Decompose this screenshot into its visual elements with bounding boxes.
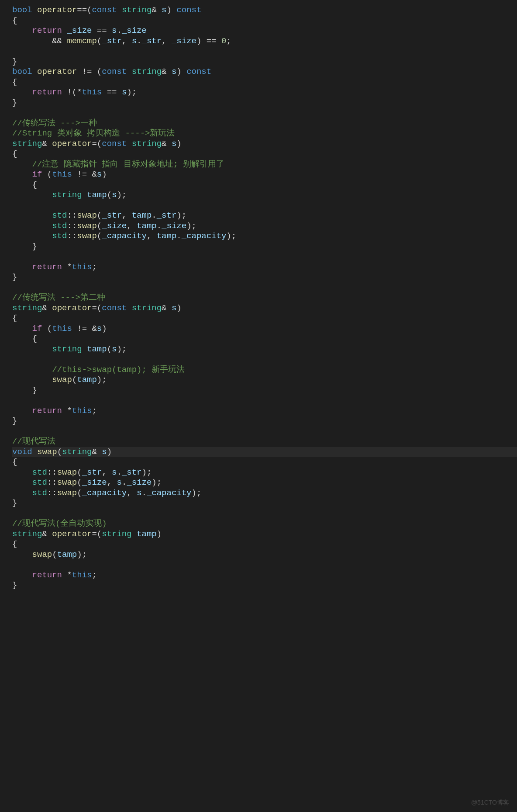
code-line: string& operator=(string tamp)	[12, 529, 517, 540]
code-token: _str	[82, 468, 102, 477]
code-token: .	[157, 221, 162, 231]
code-token: );	[192, 488, 202, 498]
code-token: ::	[67, 211, 77, 220]
code-token: memcmp	[67, 36, 97, 46]
watermark-label: @51CTO博客	[471, 798, 509, 808]
code-token: void	[12, 447, 37, 457]
code-token: std	[32, 478, 47, 487]
code-token	[12, 26, 32, 35]
code-token: tamp	[87, 344, 107, 354]
code-line: std::swap(_size, tamp._size);	[12, 221, 517, 232]
code-token: &	[152, 5, 162, 15]
code-token	[12, 550, 32, 559]
code-token	[12, 375, 52, 385]
code-token: if	[32, 170, 47, 179]
code-line: }	[12, 580, 517, 591]
code-token	[12, 46, 17, 56]
code-token: .	[122, 478, 127, 487]
code-token: tamp	[132, 211, 152, 220]
code-token: );	[77, 550, 87, 559]
code-line: string tamp(s);	[12, 344, 517, 355]
code-token: _str	[157, 211, 177, 220]
code-token: )	[176, 67, 186, 76]
code-token: this	[72, 570, 92, 580]
code-line: }	[12, 498, 517, 509]
code-token: ;	[92, 262, 97, 272]
code-token: ::	[47, 478, 57, 487]
code-token: _capacity	[182, 231, 227, 241]
code-token: (	[47, 170, 52, 179]
code-token: ,	[122, 36, 132, 46]
code-line: {	[12, 334, 517, 344]
code-token: (	[47, 324, 52, 333]
code-token: ::	[67, 231, 77, 241]
code-token: .	[142, 488, 147, 498]
code-token: tamp	[57, 550, 77, 559]
code-line	[12, 252, 517, 262]
code-token: bool	[12, 5, 37, 15]
code-token: string	[122, 5, 152, 15]
code-token: s	[97, 324, 102, 333]
code-line: //传统写法 --->一种	[12, 118, 517, 129]
code-token: ;	[92, 570, 97, 580]
code-token: std	[52, 221, 67, 231]
code-token	[12, 283, 17, 292]
code-token: _size	[172, 36, 196, 46]
code-token: _str	[102, 211, 122, 220]
code-token: ,	[147, 231, 157, 241]
code-token: (	[97, 67, 102, 76]
code-line: }	[12, 385, 517, 396]
code-line: }	[12, 98, 517, 108]
code-token: }	[12, 242, 37, 251]
code-token: .	[176, 231, 181, 241]
code-token: //String 类对象 拷贝构造 ---->新玩法	[12, 128, 175, 138]
code-token: swap	[57, 488, 77, 498]
code-line: return *this;	[12, 406, 517, 416]
code-token: this	[72, 406, 92, 416]
code-token: string	[132, 139, 162, 149]
code-token: //传统写法 --->第二种	[12, 293, 105, 302]
code-token: swap	[77, 211, 97, 220]
code-token: s	[172, 139, 176, 149]
code-token: &&	[12, 36, 67, 46]
code-token: //传统写法 --->一种	[12, 118, 97, 128]
code-token	[12, 478, 32, 487]
code-token: operator	[52, 303, 92, 313]
code-token: .	[117, 468, 121, 477]
code-token: {	[12, 313, 17, 323]
code-token: &	[42, 529, 52, 539]
code-line: std::swap(_size, s._size);	[12, 478, 517, 488]
code-token: (	[97, 211, 102, 220]
code-line: //String 类对象 拷贝构造 ---->新玩法	[12, 128, 517, 139]
code-token: *	[67, 262, 72, 272]
code-token: )	[176, 139, 181, 149]
code-token	[12, 262, 32, 272]
code-token	[12, 365, 52, 375]
code-line: //this->swap(tamp); 新手玩法	[12, 365, 517, 375]
code-line: return _size == s._size	[12, 26, 517, 36]
code-token: ==	[102, 87, 122, 97]
code-line: {	[12, 539, 517, 550]
code-token: string	[132, 303, 162, 313]
code-token	[12, 488, 32, 498]
code-token: //现代写法	[12, 437, 55, 446]
code-token: &	[162, 303, 172, 313]
code-token: _size	[162, 221, 186, 231]
code-token: )	[176, 303, 181, 313]
code-token: );	[127, 87, 137, 97]
code-token: operator	[52, 529, 92, 539]
code-token: }	[12, 57, 17, 66]
code-editor: bool operator==(const string& s) const{ …	[0, 0, 517, 591]
code-token: =(	[92, 139, 102, 149]
code-token	[12, 108, 17, 118]
code-line: if (this != &s)	[12, 324, 517, 334]
code-line: {	[12, 313, 517, 324]
code-token: this	[72, 262, 92, 272]
code-token: );	[186, 221, 196, 231]
code-token: ==	[77, 5, 87, 15]
code-token	[12, 201, 17, 210]
code-line: //注意 隐藏指针 指向 目标对象地址; 别解引用了	[12, 160, 517, 170]
code-token: s	[137, 488, 141, 498]
code-token: const	[102, 303, 131, 313]
code-token: =(	[92, 529, 102, 539]
